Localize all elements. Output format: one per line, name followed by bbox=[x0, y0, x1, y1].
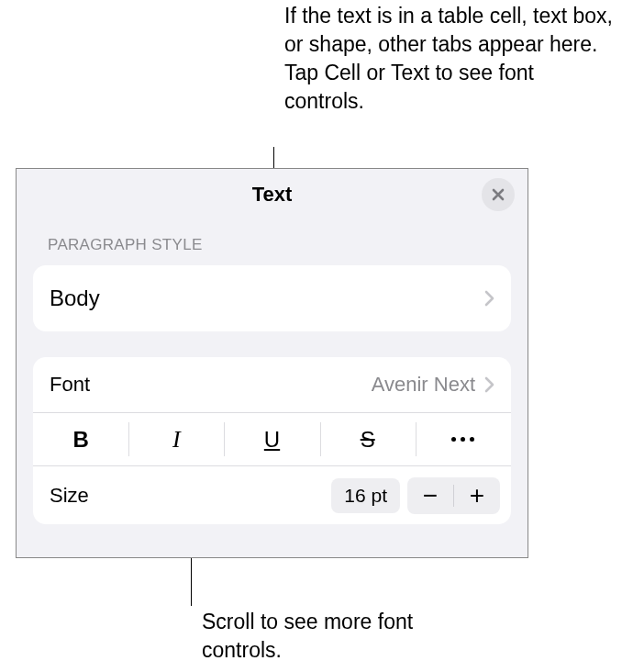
callout-top: If the text is in a table cell, text box… bbox=[284, 2, 615, 116]
font-row[interactable]: Font Avenir Next bbox=[33, 357, 511, 412]
size-label: Size bbox=[50, 484, 89, 508]
panel-title: Text bbox=[252, 183, 293, 207]
close-button[interactable] bbox=[482, 178, 515, 211]
paragraph-style-value: Body bbox=[50, 286, 100, 311]
chevron-right-icon bbox=[484, 290, 494, 307]
underline-icon: U bbox=[264, 427, 280, 453]
size-controls: 16 pt − + bbox=[331, 477, 500, 514]
text-format-panel: Text PARAGRAPH STYLE Body Font Avenir Ne… bbox=[16, 168, 528, 558]
size-increase-button[interactable]: + bbox=[454, 477, 500, 514]
strikethrough-button[interactable]: S bbox=[320, 413, 416, 465]
underline-button[interactable]: U bbox=[224, 413, 319, 465]
close-icon bbox=[491, 187, 505, 202]
section-label-paragraph-style: PARAGRAPH STYLE bbox=[17, 219, 528, 260]
callout-leader-bottom bbox=[191, 558, 192, 606]
bold-button[interactable]: B bbox=[33, 413, 128, 465]
paragraph-style-row[interactable]: Body bbox=[33, 265, 511, 331]
format-row: B I U S bbox=[33, 412, 511, 465]
font-card: Font Avenir Next B I U S bbox=[33, 357, 511, 524]
more-icon bbox=[451, 437, 474, 442]
bold-icon: B bbox=[72, 427, 88, 453]
font-value: Avenir Next bbox=[372, 373, 475, 397]
italic-icon: I bbox=[172, 426, 181, 454]
size-row: Size 16 pt − + bbox=[33, 465, 511, 524]
chevron-right-icon bbox=[484, 376, 494, 393]
size-value[interactable]: 16 pt bbox=[331, 478, 400, 513]
paragraph-style-card: Body bbox=[33, 265, 511, 331]
size-stepper: − + bbox=[407, 477, 500, 514]
callout-bottom: Scroll to see more font controls. bbox=[202, 608, 477, 665]
strikethrough-icon: S bbox=[361, 427, 375, 453]
more-options-button[interactable] bbox=[416, 413, 511, 465]
font-label: Font bbox=[50, 373, 90, 397]
panel-header: Text bbox=[17, 169, 528, 219]
size-decrease-button[interactable]: − bbox=[407, 477, 453, 514]
italic-button[interactable]: I bbox=[128, 413, 224, 465]
